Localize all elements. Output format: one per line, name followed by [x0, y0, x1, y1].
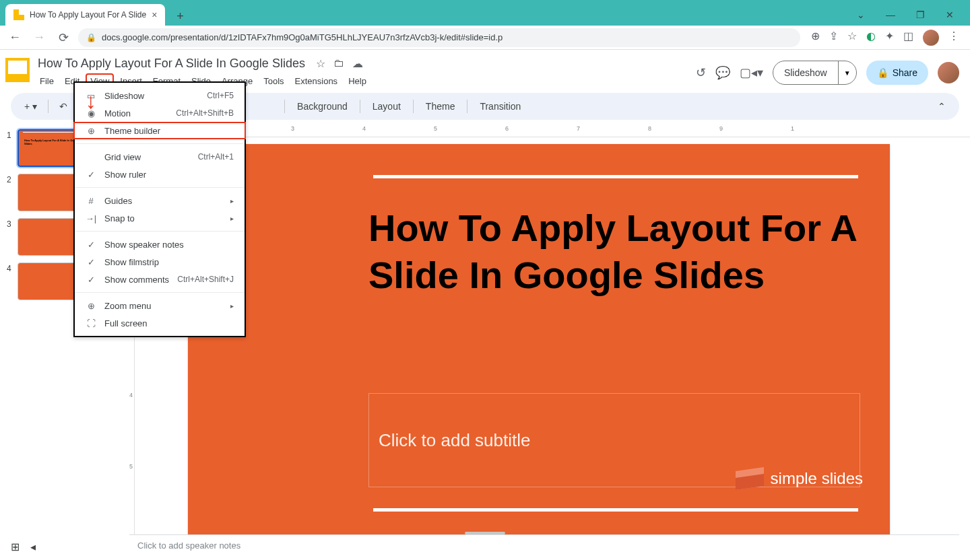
menu-item-show-filmstrip[interactable]: ✓Show filmstrip [75, 253, 245, 271]
share-button[interactable]: 🔒 Share [866, 61, 928, 85]
close-window-icon[interactable]: ✕ [943, 9, 957, 20]
maximize-icon[interactable]: ❐ [913, 9, 927, 20]
profile-avatar[interactable] [923, 30, 939, 46]
close-tab-icon[interactable]: × [152, 9, 157, 20]
extension-icon[interactable]: ◐ [866, 30, 876, 46]
simple-slides-logo: simple slides [736, 469, 863, 488]
slides-favicon [13, 9, 24, 20]
menu-item-show-comments[interactable]: ✓Show commentsCtrl+Alt+Shift+J [75, 271, 245, 288]
explore-icon[interactable]: ⊞ [11, 540, 20, 553]
menu-item-guides[interactable]: #Guides▸ [75, 192, 245, 209]
collapse-filmstrip-icon[interactable]: ◂ [30, 540, 36, 553]
slides-logo-icon[interactable] [5, 58, 30, 82]
browser-tab-strip: How To Apply Layout For A Slide × + ⌄ — … [0, 0, 970, 26]
chevron-down-icon[interactable]: ⌄ [854, 9, 868, 20]
view-menu-dropdown: ▭SlideshowCtrl+F5◉MotionCtrl+Alt+Shift+B… [73, 81, 246, 337]
star-icon[interactable]: ☆ [316, 57, 325, 70]
video-icon[interactable]: ▢◂▾ [740, 65, 763, 80]
window-controls: ⌄ — ❐ ✕ [854, 9, 965, 26]
menu-item-zoom-menu[interactable]: ⊕Zoom menu▸ [75, 297, 245, 314]
url-text: docs.google.com/presentation/d/1zIDTAFx7… [102, 32, 503, 42]
horizontal-ruler: 1234567891 [135, 124, 970, 137]
menu-file[interactable]: File [35, 73, 59, 89]
account-avatar[interactable] [938, 62, 959, 83]
url-input[interactable]: 🔒 docs.google.com/presentation/d/1zIDTAF… [78, 28, 800, 47]
extensions-icon[interactable]: ✦ [885, 30, 894, 46]
theme-button[interactable]: Theme [419, 97, 462, 116]
slideshow-dropdown-icon[interactable]: ▼ [838, 61, 856, 84]
menu-item-slideshow[interactable]: ▭SlideshowCtrl+F5 [75, 87, 245, 104]
decorative-line [373, 175, 858, 178]
history-icon[interactable]: ↺ [696, 65, 706, 80]
menu-tools[interactable]: Tools [259, 73, 288, 89]
document-title[interactable]: How To Apply Layout For A Slide In Googl… [35, 55, 308, 72]
menu-item-show-ruler[interactable]: ✓Show ruler [75, 166, 245, 183]
layout-button[interactable]: Layout [366, 97, 408, 116]
lock-icon: 🔒 [877, 67, 888, 78]
new-tab-button[interactable]: + [170, 7, 189, 26]
share-page-icon[interactable]: ⇪ [829, 30, 838, 46]
address-bar: ← → ⟳ 🔒 docs.google.com/presentation/d/1… [0, 26, 970, 50]
slide-canvas[interactable]: How To Apply Layout For A Slide In Googl… [188, 144, 890, 538]
tab-title: How To Apply Layout For A Slide [30, 10, 146, 20]
menu-item-grid-view[interactable]: Grid viewCtrl+Alt+1 [75, 148, 245, 166]
decorative-line [373, 508, 858, 512]
menu-extensions[interactable]: Extensions [290, 73, 343, 89]
bookmark-icon[interactable]: ☆ [847, 30, 857, 46]
new-slide-button[interactable]: + ▾ [19, 97, 42, 116]
chrome-menu-icon[interactable]: ⋮ [948, 30, 959, 46]
undo-button[interactable]: ↶ [54, 97, 73, 116]
slide-title-text[interactable]: How To Apply Layout For A Slide In Googl… [368, 205, 860, 299]
transition-button[interactable]: Transition [473, 97, 527, 116]
menu-item-snap-to[interactable]: →|Snap to▸ [75, 209, 245, 227]
logo-icon [736, 467, 764, 490]
menu-help[interactable]: Help [344, 73, 371, 89]
reload-button[interactable]: ⟳ [54, 28, 73, 47]
collapse-toolbar-icon[interactable]: ⌃ [932, 97, 951, 116]
menu-item-motion[interactable]: ◉MotionCtrl+Alt+Shift+B [75, 104, 245, 122]
move-icon[interactable]: 🗀 [333, 57, 344, 70]
comments-icon[interactable]: 💬 [715, 65, 730, 80]
zoom-icon[interactable]: ⊕ [811, 30, 820, 46]
lock-icon: 🔒 [86, 33, 96, 42]
back-button[interactable]: ← [5, 28, 24, 47]
speaker-notes[interactable]: Click to add speaker notes [129, 534, 959, 556]
forward-button[interactable]: → [30, 28, 48, 47]
sidepanel-icon[interactable]: ◫ [903, 30, 913, 46]
cloud-icon[interactable]: ☁ [352, 57, 363, 70]
slideshow-button[interactable]: Slideshow ▼ [773, 61, 857, 85]
menu-item-show-speaker-notes[interactable]: ✓Show speaker notes [75, 236, 245, 253]
browser-tab[interactable]: How To Apply Layout For A Slide × [5, 4, 165, 26]
menu-item-full-screen[interactable]: ⛶Full screen [75, 314, 245, 332]
minimize-icon[interactable]: — [884, 9, 897, 20]
menu-item-theme-builder[interactable]: ⊕Theme builder [73, 122, 246, 139]
background-button[interactable]: Background [290, 97, 354, 116]
